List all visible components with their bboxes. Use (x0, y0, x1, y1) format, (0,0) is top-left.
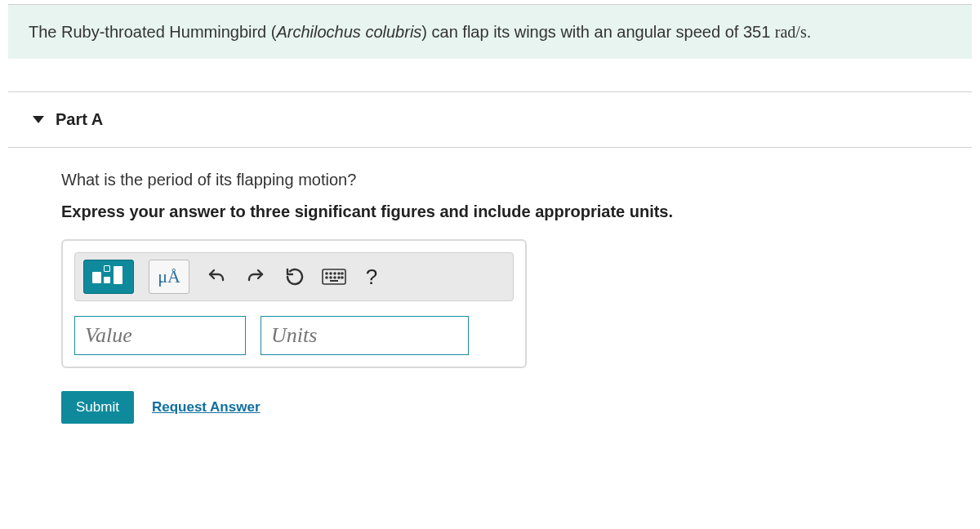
svg-point-1 (326, 273, 327, 274)
value-input[interactable] (74, 316, 246, 355)
symbols-button[interactable]: μÅ (149, 260, 189, 294)
inputs-row (74, 316, 514, 355)
units-input[interactable] (261, 316, 469, 355)
svg-point-10 (341, 277, 343, 278)
prompt-after: ) can flap its wings with an angular spe… (421, 23, 774, 41)
templates-button[interactable] (83, 260, 134, 294)
help-label: ? (366, 264, 377, 290)
species-name: Archilochus colubris (276, 23, 421, 41)
help-button[interactable]: ? (361, 260, 382, 294)
redo-icon (246, 267, 265, 287)
svg-point-8 (334, 277, 336, 278)
keyboard-button[interactable] (322, 260, 346, 294)
answer-box: μÅ (61, 239, 527, 368)
problem-statement: The Ruby-throated Hummingbird (Archiloch… (8, 4, 972, 59)
answer-toolbar: μÅ (74, 252, 514, 301)
undo-icon (207, 267, 226, 287)
part-content: What is the period of its flapping motio… (0, 148, 980, 424)
svg-rect-11 (330, 280, 338, 282)
redo-button[interactable] (243, 260, 268, 294)
symbols-label: μÅ (158, 266, 180, 287)
svg-point-2 (330, 273, 332, 274)
part-header[interactable]: Part A (8, 91, 972, 148)
reset-icon (285, 267, 305, 287)
submit-button[interactable]: Submit (61, 391, 134, 424)
prompt-period: . (807, 23, 812, 41)
keyboard-icon (322, 269, 346, 285)
svg-point-9 (338, 277, 340, 278)
undo-button[interactable] (204, 260, 229, 294)
svg-point-5 (341, 273, 343, 274)
svg-point-3 (334, 273, 336, 274)
caret-down-icon (33, 116, 44, 123)
prompt-before: The Ruby-throated Hummingbird ( (29, 23, 276, 41)
svg-point-7 (330, 277, 332, 278)
request-answer-link[interactable]: Request Answer (152, 399, 261, 416)
svg-point-6 (326, 277, 327, 278)
part-title: Part A (56, 110, 103, 129)
question-text: What is the period of its flapping motio… (61, 171, 980, 189)
svg-point-4 (338, 273, 340, 274)
prompt-unit: rad/s (775, 23, 807, 41)
reset-button[interactable] (283, 260, 307, 294)
actions-row: Submit Request Answer (61, 391, 980, 424)
instruction-text: Express your answer to three significant… (61, 202, 980, 221)
